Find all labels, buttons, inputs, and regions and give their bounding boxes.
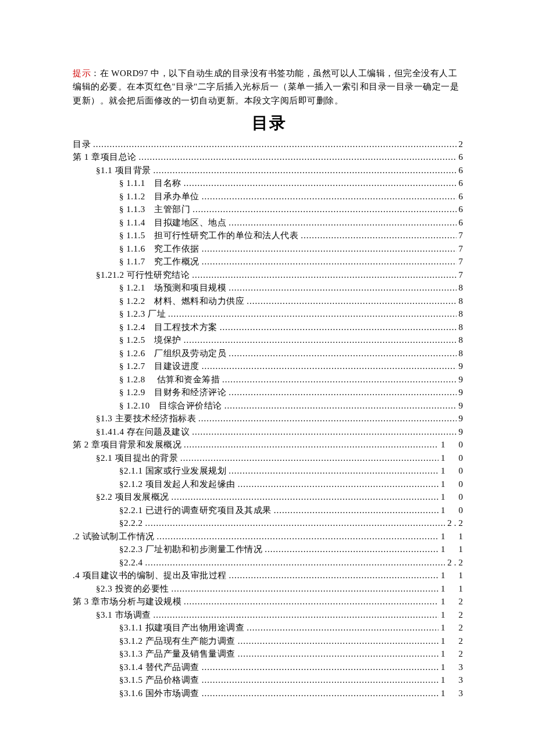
toc-leader-dots [247,621,438,635]
toc-entry-label: §1.3 主要技术经济指标表 [96,412,196,425]
toc-leader-dots [238,647,438,661]
toc-leader-dots [202,360,456,373]
toc-entry: § 1.2.5 境保护8 [73,334,465,347]
toc-entry: §3.1 市场调查1 2 [73,608,465,622]
toc-entry: §2.2.1 已进行的调查研究项目及其成果1 0 [73,504,465,517]
toc-entry-page: 7 [459,229,466,242]
toc-leader-dots [180,452,438,465]
toc-entry: § 1.1.6 究工作依据7 [73,242,465,256]
toc-entry: 第 1 章项目总论6 [73,151,465,164]
toc-entry-label: § 1.1.6 究工作依据 [119,242,199,256]
toc-entry: § 1.2.1 场预测和项目规模8 [73,281,465,295]
toc-entry: §1.41.4 存在问题及建议9 [73,425,465,439]
hint-text: 在 WORD97 中，以下自动生成的目录没有书签功能，虽然可以人工编辑，但完全没… [73,69,459,105]
toc-leader-dots [184,334,456,347]
toc-entry: § 1.2.3 厂址8 [73,307,465,321]
toc-leader-dots [229,569,439,582]
toc-leader-dots [229,216,456,230]
toc-leader-dots [202,673,438,687]
toc-entry-label: §3.1.1 拟建项目产出物用途调查 [119,621,244,635]
toc-entry: §2.2.42.2 [73,556,465,569]
toc-entry-page: 1 0 [441,464,465,478]
toc-entry: §3.1.5 产品价格调查1 3 [73,673,465,687]
toc-entry-page: 6 [459,177,466,190]
toc-entry: § 1.1.7 究工作概况7 [73,255,465,268]
toc-entry-label: § 1.2.9 目财务和经济评论 [119,386,226,399]
toc-entry: § 1.1.4 目拟建地区、地点6 [73,216,465,230]
toc-leader-dots [202,255,456,268]
toc-entry-label: § 1.2.6 厂组织及劳动定员 [119,347,226,360]
toc-entry-page: 6 [459,164,466,177]
toc-entry-label: §1.41.4 存在问题及建议 [96,425,190,439]
toc-entry: §1.3 主要技术经济指标表9 [73,412,465,425]
toc-leader-dots [184,438,438,452]
toc-entry-label: 第 1 章项目总论 [73,151,137,164]
toc-entry-page: 7 [459,242,466,256]
toc-entry-page: 7 [459,255,466,268]
toc-entry-label: § 1.1.4 目拟建地区、地点 [119,216,226,230]
toc-entry-label: .4 项目建议书的编制、提出及审批过程 [73,569,227,582]
toc-entry: §2.2 项目发展概况1 0 [73,490,465,504]
toc-entry-label: §2.3 投资的必要性 [96,582,169,596]
toc-leader-dots [202,242,456,256]
toc-entry-page: 1 1 [441,569,465,582]
toc-entry-label: § 1.2.4 目工程技术方案 [119,321,217,334]
toc-leader-dots [202,687,438,700]
toc-leader-dots [224,399,456,413]
toc-entry-page: 9 [459,425,466,439]
toc-entry-label: 目录 [73,138,91,151]
toc-entry-page: 9 [459,386,466,399]
toc-entry: §2.1.2 项目发起人和发起缘由1 0 [73,478,465,491]
table-of-contents: 目录2第 1 章项目总论6§1.1 项目背景6§ 1.1.1 目名称6§ 1.1… [73,138,465,700]
toc-entry-label: §2.1.2 项目发起人和发起缘由 [119,478,236,491]
toc-entry-label: §2.1.1 国家或行业发展规划 [119,464,226,478]
toc-leader-dots [168,307,456,321]
toc-title: 目录 [73,112,465,134]
toc-leader-dots [247,295,456,308]
toc-entry-label: § 1.2.8 估算和资金筹措 [119,373,220,386]
toc-entry-page: 1 2 [441,621,465,635]
toc-leader-dots [229,386,456,399]
toc-entry-page: 1 2 [441,635,465,648]
toc-leader-dots [301,229,456,242]
toc-entry-page: 1 0 [441,478,465,491]
toc-entry: .2 试验试制工作情况1 1 [73,530,465,543]
toc-entry-label: 第 2 章项目背景和发展概况 [73,438,181,452]
toc-leader-dots [154,608,439,622]
toc-entry-label: § 1.2.1 场预测和项目规模 [119,281,226,295]
toc-entry-label: §3.1 市场调查 [96,608,151,622]
toc-entry-label: §3.1.6 国外市场调查 [119,687,199,700]
toc-entry-label: § 1.2.10 目综合评价结论 [119,399,222,413]
toc-entry-label: § 1.1.5 担可行性研究工作的单位和法人代表 [119,229,298,242]
toc-entry-page: 8 [459,321,466,334]
toc-leader-dots [192,425,456,439]
toc-leader-dots [145,517,445,530]
toc-entry: §2.1.1 国家或行业发展规划1 0 [73,464,465,478]
toc-leader-dots [184,177,456,190]
toc-entry-page: 1 2 [441,608,465,622]
toc-entry: §3.1.2 产品现有生产能力调查1 2 [73,635,465,648]
toc-entry: §1.1 项目背景6 [73,164,465,177]
toc-entry-page: 1 0 [441,490,465,504]
toc-entry-page: 9 [459,399,466,413]
toc-entry: §3.1.1 拟建项目产出物用途调查1 2 [73,621,465,635]
toc-entry-page: 1 0 [441,504,465,517]
toc-leader-dots [229,281,456,295]
toc-entry-page: 1 1 [441,530,465,543]
toc-leader-dots [202,661,438,674]
toc-leader-dots [192,203,456,216]
toc-entry-label: § 1.2.3 厂址 [119,307,166,321]
toc-entry: 目录2 [73,138,465,151]
toc-entry-label: §2.1 项目提出的背景 [96,452,178,465]
toc-entry: §1.21.2 可行性研究结论7 [73,268,465,282]
toc-entry-page: 2.2 [447,556,465,569]
toc-leader-dots [154,164,456,177]
toc-entry-label: §3.1.2 产品现有生产能力调查 [119,635,236,648]
toc-entry-label: § 1.1.3 主管部门 [119,203,190,216]
toc-entry-page: 1 3 [441,673,465,687]
toc-leader-dots [157,530,439,543]
toc-entry-label: § 1.2.2 材料、燃料和动力供应 [119,295,244,308]
toc-leader-dots [202,190,456,203]
toc-entry-label: §3.1.5 产品价格调查 [119,673,199,687]
toc-entry-label: §2.2.1 已进行的调查研究项目及其成果 [119,504,272,517]
